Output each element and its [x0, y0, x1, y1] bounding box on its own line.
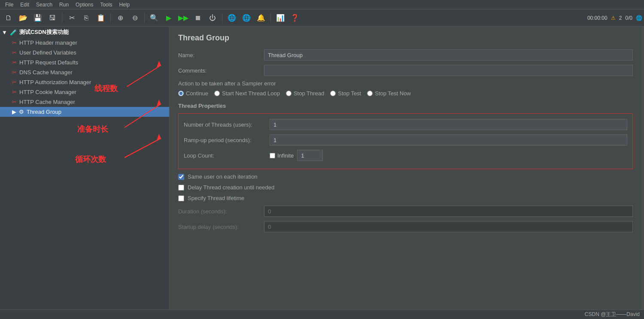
menu-search[interactable]: Search: [33, 2, 56, 8]
stop-button[interactable]: ⏹: [191, 11, 205, 25]
sidebar-item-http-header[interactable]: ✂ HTTP Header manager: [0, 38, 169, 48]
radio-next-loop[interactable]: Start Next Thread Loop: [214, 90, 280, 97]
sidebar-item-user-vars[interactable]: ✂ User Defined Variables: [0, 48, 169, 58]
name-input[interactable]: [264, 49, 633, 61]
name-label: Name:: [178, 52, 264, 58]
duration-input[interactable]: [264, 206, 633, 217]
radio-continue-input[interactable]: [178, 91, 184, 96]
sidebar-item-http-cookie[interactable]: ✂ HTTP Cookie Manager: [0, 87, 169, 97]
radio-stop-test-now-input[interactable]: [367, 91, 373, 96]
sep5: [270, 13, 271, 23]
radio-stop-thread-input[interactable]: [286, 91, 292, 96]
save-button[interactable]: 💾: [31, 11, 45, 25]
sidebar-root-item[interactable]: ▼ 🧪 测试CSDN搜索功能: [0, 27, 169, 38]
statusbar: CSDN @王卫——David: [0, 310, 644, 319]
wrench-icon-4: ✂: [12, 79, 17, 85]
paste-button[interactable]: 📋: [94, 11, 108, 25]
copy-button[interactable]: ⎘: [79, 11, 93, 25]
specify-lifetime-label: Specify Thread lifetime: [188, 195, 244, 201]
start-button[interactable]: ▶: [162, 11, 176, 25]
sidebar-label-3: DNS Cache Manager: [19, 69, 73, 76]
table-button[interactable]: 📊: [273, 11, 287, 25]
shutdown-button[interactable]: ⏻: [206, 11, 219, 25]
menu-file[interactable]: File: [2, 2, 17, 8]
cut-button[interactable]: ✂: [65, 11, 79, 25]
sidebar-root-label: 测试CSDN搜索功能: [19, 28, 69, 36]
menu-run[interactable]: Run: [56, 2, 72, 8]
startup-delay-row: Startup delay (seconds):: [178, 221, 633, 232]
root-icon: 🧪: [10, 29, 17, 36]
menu-tools[interactable]: Tools: [97, 2, 115, 8]
svg-text:准备时长: 准备时长: [77, 125, 109, 134]
same-user-checkbox-label[interactable]: Same user on each iteration: [178, 173, 633, 180]
panel-title: Thread Group: [178, 33, 633, 43]
main-layout: ▼ 🧪 测试CSDN搜索功能 ✂ HTTP Header manager ✂ U…: [0, 27, 644, 310]
menubar: File Edit Search Run Options Tools Help: [0, 0, 644, 9]
specify-lifetime-checkbox-label[interactable]: Specify Thread lifetime: [178, 195, 633, 201]
specify-lifetime-checkbox[interactable]: [178, 195, 184, 201]
sep1: [62, 13, 62, 23]
remote-clear-button[interactable]: 🔔: [254, 11, 268, 25]
sidebar-item-http-defaults[interactable]: ✂ HTTP Request Defaults: [0, 58, 169, 67]
wrench-icon-3: ✂: [12, 69, 17, 76]
globe-icon: 🌐: [636, 15, 642, 21]
sidebar-item-http-auth[interactable]: ✂ HTTP Authorization Manager: [0, 77, 169, 87]
duration-label: Duration (seconds):: [178, 208, 264, 215]
comments-row: Comments:: [178, 65, 633, 76]
delay-thread-checkbox-label[interactable]: Delay Thread creation until needed: [178, 184, 633, 191]
loop-count-label: Loop Count:: [184, 152, 270, 159]
loop-count-row: Loop Count: Infinite: [184, 150, 627, 161]
infinite-checkbox-label[interactable]: Infinite: [270, 152, 294, 159]
wrench-icon-6: ✂: [12, 99, 17, 105]
sidebar-item-thread-group[interactable]: ▶ ⚙ Thread Group: [0, 107, 169, 117]
help-button[interactable]: ❓: [288, 11, 302, 25]
radio-continue[interactable]: Continue: [178, 90, 208, 97]
sidebar-item-http-cache[interactable]: ✂ HTTP Cache Manager: [0, 97, 169, 107]
radio-next-loop-label: Start Next Thread Loop: [222, 90, 280, 97]
minus-button[interactable]: ⊖: [128, 11, 142, 25]
expand-arrow: ▼: [2, 29, 7, 36]
radio-stop-test-input[interactable]: [330, 91, 336, 96]
comments-label: Comments:: [178, 67, 264, 74]
radio-next-loop-input[interactable]: [214, 91, 220, 96]
expand-arrow-thread: ▶: [12, 109, 16, 115]
menu-edit[interactable]: Edit: [17, 2, 33, 8]
menu-options[interactable]: Options: [72, 2, 97, 8]
toolbar-timer-area: 00:00:00 ⚠ 2 0/0 🌐: [587, 15, 642, 21]
new-button[interactable]: 🗋: [2, 11, 15, 25]
content-panel: Thread Group Name: Comments: Action to b…: [170, 27, 641, 310]
timer-display: 00:00:00: [587, 15, 608, 21]
wrench-icon-0: ✂: [12, 39, 17, 46]
ramp-up-input[interactable]: [270, 134, 627, 146]
radio-stop-test[interactable]: Stop Test: [330, 90, 361, 97]
delay-thread-label: Delay Thread creation until needed: [188, 184, 274, 191]
thread-props-title: Thread Properties: [178, 103, 633, 109]
sidebar: ▼ 🧪 测试CSDN搜索功能 ✂ HTTP Header manager ✂ U…: [0, 27, 170, 310]
same-user-label: Same user on each iteration: [188, 173, 258, 180]
infinite-label: Infinite: [277, 152, 294, 159]
num-threads-label: Number of Threads (users):: [184, 122, 270, 128]
start-no-pause-button[interactable]: ▶▶: [176, 11, 190, 25]
sidebar-item-dns-cache[interactable]: ✂ DNS Cache Manager: [0, 67, 169, 77]
scrollbar-stub[interactable]: [641, 27, 644, 310]
inspect-button[interactable]: 🔍: [147, 11, 161, 25]
sidebar-label-0: HTTP Header manager: [19, 39, 77, 46]
radio-stop-thread-label: Stop Thread: [294, 90, 324, 97]
open-button[interactable]: 📂: [16, 11, 30, 25]
radio-stop-test-now[interactable]: Stop Test Now: [367, 90, 411, 97]
same-user-checkbox[interactable]: [178, 174, 184, 180]
num-threads-input[interactable]: [270, 119, 627, 130]
remote-stop-all-button[interactable]: 🌐: [240, 11, 253, 25]
toolbar: 🗋 📂 💾 🖫 ✂ ⎘ 📋 ⊕ ⊖ 🔍 ▶ ▶▶ ⏹ ⏻ 🌐 🌐 🔔 📊 ❓ 0…: [0, 9, 644, 27]
delay-thread-checkbox[interactable]: [178, 185, 184, 191]
radio-stop-thread[interactable]: Stop Thread: [286, 90, 324, 97]
expand-button[interactable]: ⊕: [113, 11, 127, 25]
loop-count-input[interactable]: [297, 150, 323, 161]
menu-help[interactable]: Help: [115, 2, 133, 8]
save-disk-button[interactable]: 🖫: [46, 11, 59, 25]
infinite-checkbox[interactable]: [270, 153, 275, 158]
startup-delay-input[interactable]: [264, 221, 633, 232]
remote-start-all-button[interactable]: 🌐: [225, 11, 239, 25]
comments-input[interactable]: [264, 65, 633, 76]
radio-stop-test-now-label: Stop Test Now: [375, 90, 411, 97]
